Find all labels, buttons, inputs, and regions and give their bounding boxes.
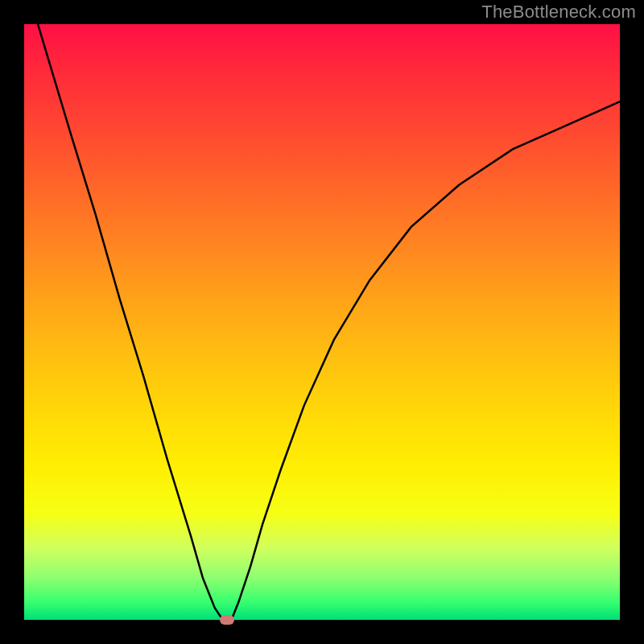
- chart-frame: TheBottleneck.com: [0, 0, 644, 644]
- watermark-label: TheBottleneck.com: [481, 2, 636, 23]
- plot-area: [24, 24, 620, 620]
- bottleneck-curve: [24, 24, 620, 620]
- min-marker: [220, 615, 234, 625]
